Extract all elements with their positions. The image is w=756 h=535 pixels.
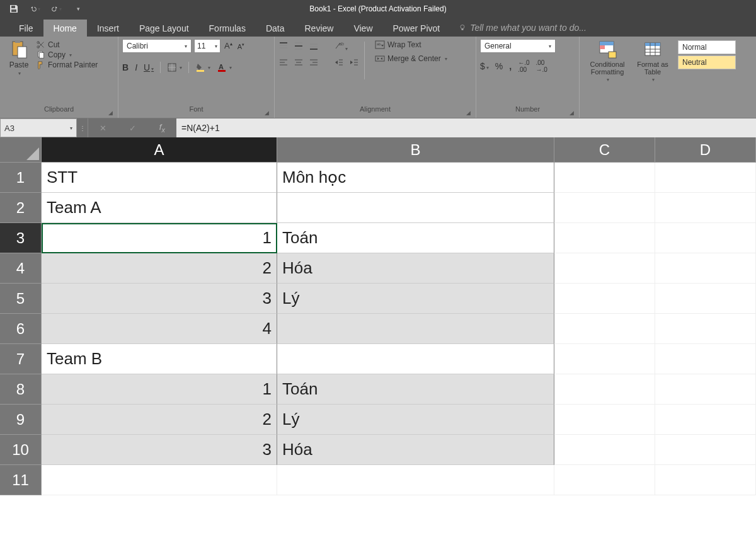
dialog-launcher-icon[interactable]: ◢ [108, 110, 113, 116]
column-header-b[interactable]: B [277, 137, 554, 163]
paste-button[interactable]: Paste ▾ [4, 39, 34, 76]
cell[interactable] [655, 223, 756, 253]
cell[interactable] [655, 193, 756, 223]
cell[interactable] [42, 465, 277, 495]
cell[interactable]: Team A [42, 193, 277, 223]
cell[interactable] [554, 405, 655, 435]
wrap-text-button[interactable]: ab Wrap Text [375, 40, 447, 49]
currency-icon[interactable]: $▾ [480, 61, 489, 71]
formula-input[interactable]: =N(A2)+1 [176, 118, 756, 137]
row-header[interactable]: 8 [0, 374, 42, 405]
tab-power-pivot[interactable]: Power Pivot [383, 20, 450, 37]
redo-icon[interactable]: ▾ [52, 4, 62, 14]
cell[interactable] [554, 284, 655, 314]
tab-view[interactable]: View [343, 20, 382, 37]
fill-color-button[interactable]: ▾ [195, 62, 210, 72]
row-header[interactable]: 9 [0, 405, 42, 435]
cell[interactable]: Môn học [277, 163, 554, 193]
orientation-icon[interactable]: ab▾ [334, 42, 348, 53]
qat-customize-icon[interactable]: ▾ [73, 4, 83, 14]
tab-home[interactable]: Home [43, 20, 87, 37]
tab-formulas[interactable]: Formulas [199, 20, 256, 37]
cell[interactable]: 4 [42, 314, 277, 344]
fx-icon[interactable]: fx [159, 122, 165, 134]
undo-icon[interactable]: ▾ [30, 4, 40, 14]
select-all-button[interactable] [0, 137, 42, 163]
increase-indent-icon[interactable] [349, 58, 359, 69]
save-icon[interactable] [9, 4, 19, 14]
decrease-decimal-icon[interactable]: .00→.0 [536, 59, 547, 73]
tab-page-layout[interactable]: Page Layout [129, 20, 199, 37]
align-right-icon[interactable] [309, 58, 319, 69]
row-header[interactable]: 10 [0, 435, 42, 465]
row-header[interactable]: 4 [0, 253, 42, 284]
column-header-c[interactable]: C [554, 137, 655, 163]
increase-decimal-icon[interactable]: ←.0.00 [518, 59, 529, 73]
cell[interactable]: 3 [42, 284, 277, 314]
cell[interactable] [655, 314, 756, 344]
underline-button[interactable]: U▾ [144, 62, 154, 72]
dialog-launcher-icon[interactable]: ◢ [570, 110, 574, 116]
italic-button[interactable]: I [135, 62, 137, 72]
bold-button[interactable]: B [122, 62, 129, 72]
cell[interactable] [655, 253, 756, 284]
align-center-icon[interactable] [294, 58, 304, 69]
cell[interactable]: 3 [42, 435, 277, 465]
cell[interactable] [655, 465, 756, 495]
copy-button[interactable]: Copy▾ [37, 50, 98, 59]
font-size-select[interactable]: 11▾ [194, 39, 220, 53]
row-header[interactable]: 5 [0, 284, 42, 314]
cell[interactable]: 2 [42, 253, 277, 284]
cell[interactable] [554, 223, 655, 253]
comma-icon[interactable]: , [509, 61, 512, 71]
tab-review[interactable]: Review [295, 20, 344, 37]
row-header[interactable]: 1 [0, 163, 42, 193]
align-middle-icon[interactable] [294, 42, 304, 53]
number-format-select[interactable]: General▾ [480, 39, 556, 53]
cell-style-normal[interactable]: Normal [678, 40, 736, 54]
row-header[interactable]: 7 [0, 344, 42, 374]
cell[interactable]: Hóa [277, 253, 554, 284]
tab-data[interactable]: Data [256, 20, 295, 37]
cell[interactable] [554, 314, 655, 344]
increase-font-icon[interactable]: A▴ [223, 41, 234, 50]
cell[interactable] [554, 163, 655, 193]
cell[interactable] [655, 374, 756, 405]
row-header[interactable]: 3 [0, 223, 42, 253]
cell[interactable] [655, 284, 756, 314]
dialog-launcher-icon[interactable]: ◢ [265, 110, 269, 116]
dialog-launcher-icon[interactable]: ◢ [466, 110, 471, 116]
cell[interactable]: Lý [277, 405, 554, 435]
align-top-icon[interactable] [278, 42, 289, 53]
cell[interactable] [655, 344, 756, 374]
cell[interactable]: Hóa [277, 435, 554, 465]
row-header[interactable]: 6 [0, 314, 42, 344]
conditional-formatting-button[interactable]: Conditional Formatting▾ [583, 39, 631, 83]
align-left-icon[interactable] [278, 58, 289, 69]
cell[interactable] [277, 465, 554, 495]
cell[interactable] [277, 193, 554, 223]
cell[interactable] [655, 163, 756, 193]
cell[interactable]: 1 [42, 374, 277, 405]
percent-icon[interactable]: % [495, 61, 503, 71]
enter-icon[interactable]: ✓ [129, 124, 136, 133]
format-as-table-button[interactable]: Format as Table▾ [633, 39, 673, 83]
cell[interactable] [554, 253, 655, 284]
cell[interactable]: Toán [277, 223, 554, 253]
column-header-d[interactable]: D [655, 137, 756, 163]
decrease-indent-icon[interactable] [334, 58, 344, 69]
column-header-a[interactable]: A [42, 137, 277, 163]
cell[interactable]: STT [42, 163, 277, 193]
cell[interactable] [554, 374, 655, 405]
font-name-select[interactable]: Calibri▾ [122, 39, 192, 53]
cell[interactable] [554, 465, 655, 495]
cell[interactable]: 2 [42, 405, 277, 435]
cell[interactable] [554, 344, 655, 374]
name-box[interactable]: A3▾ [0, 118, 77, 137]
font-color-button[interactable]: A▾ [217, 62, 232, 72]
cell[interactable] [554, 193, 655, 223]
cell-style-neutral[interactable]: Neutral [678, 55, 736, 69]
tab-file[interactable]: File [9, 20, 43, 37]
align-bottom-icon[interactable] [309, 42, 319, 53]
format-painter-button[interactable]: Format Painter [37, 60, 98, 69]
